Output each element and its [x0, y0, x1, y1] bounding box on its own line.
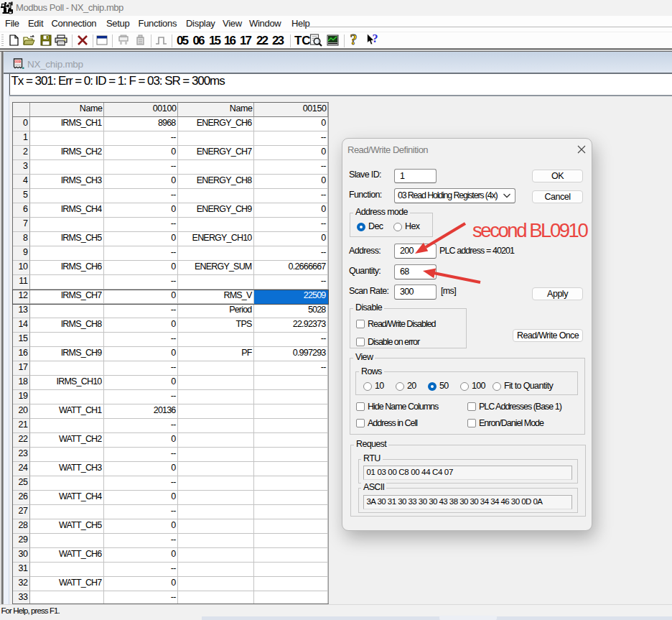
- svg-text:?: ?: [350, 32, 358, 47]
- svg-text:?: ?: [373, 32, 378, 45]
